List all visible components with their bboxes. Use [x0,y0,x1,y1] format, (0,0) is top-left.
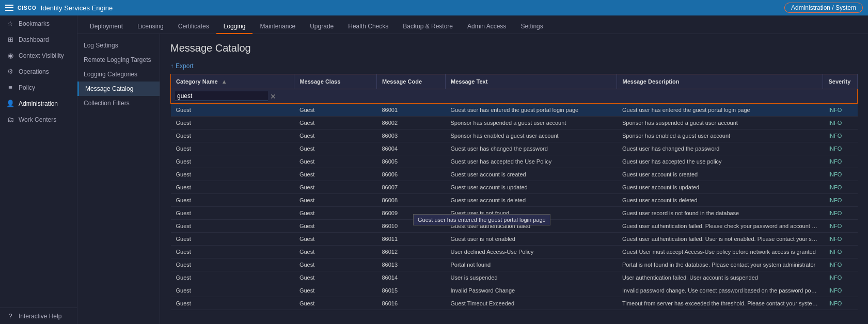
table-cell: Guest [171,194,294,207]
table-row[interactable]: GuestGuest86001Guest user has entered th… [171,104,858,117]
table-cell: Guest user account is deleted [617,194,823,207]
col-header-category[interactable]: Category Name ▲ [171,74,294,89]
table-cell: Guest user is not enabled [445,233,617,246]
table-cell: Guest user authentication failed [445,220,617,233]
table-body: GuestGuest86001Guest user has entered th… [171,104,858,310]
severity-cell: INFO [823,258,858,271]
tab-settings[interactable]: Settings [513,20,550,34]
table-cell: User declined Access-Use Policy [445,246,617,258]
admin-system-badge[interactable]: Administration / System [784,3,863,13]
tab-health-checks[interactable]: Health Checks [341,20,396,34]
sidebar-label-help: Interactive Help [19,313,61,320]
table-cell: Guest [171,233,294,246]
col-header-code[interactable]: Message Code [376,74,445,89]
table-row[interactable]: GuestGuest86002Sponsor has suspended a g… [171,117,858,129]
sidebar: ☆ Bookmarks ⊞ Dashboard ◉ Context Visibi… [0,15,77,324]
filter-clear-button[interactable]: ✕ [270,92,276,101]
col-header-text[interactable]: Message Text [445,74,617,89]
table-row[interactable]: GuestGuest86012User declined Access-Use … [171,246,858,258]
table-cell: Guest user record is not found in the da… [617,207,823,220]
table-row[interactable]: GuestGuest86015Invalid Password ChangeIn… [171,284,858,297]
table-cell: Guest [171,271,294,284]
table-cell: Guest [171,220,294,233]
sub-sidebar-logging-categories[interactable]: Logging Categories [77,67,160,82]
tab-certificates[interactable]: Certificates [171,20,216,34]
table-row[interactable]: GuestGuest86007Guest user account is upd… [171,181,858,194]
table-cell: Portal is not found in the database. Ple… [617,258,823,271]
sidebar-item-dashboard[interactable]: ⊞ Dashboard [0,31,77,47]
sidebar-item-work-centers[interactable]: 🗂 Work Centers [0,111,77,127]
table-container[interactable]: Category Name ▲ Message Class Message Co… [160,74,868,324]
table-cell: Guest [294,271,377,284]
severity-cell: INFO [823,142,858,155]
table-cell: 86007 [376,181,445,194]
table-cell: Guest user account is created [617,168,823,181]
table-row[interactable]: GuestGuest86010Guest user authentication… [171,220,858,233]
table-cell: Guest [171,258,294,271]
sub-sidebar-remote-logging[interactable]: Remote Logging Targets [77,53,160,67]
hamburger-menu[interactable] [5,5,13,11]
table-row[interactable]: GuestGuest86003Sponsor has enabled a gue… [171,129,858,142]
sidebar-label-administration: Administration [19,100,58,107]
severity-cell: INFO [823,207,858,220]
table-row[interactable]: GuestGuest86011Guest user is not enabled… [171,233,858,246]
tab-admin-access[interactable]: Admin Access [460,20,513,34]
tab-deployment[interactable]: Deployment [83,20,130,34]
table-cell: Guest user account is updated [445,181,617,194]
table-cell: 86016 [376,297,445,310]
table-row[interactable]: GuestGuest86014User is suspendedUser aut… [171,271,858,284]
table-row[interactable]: GuestGuest86005Guest user has accepted t… [171,155,858,168]
table-cell: User authentication failed. User account… [617,271,823,284]
table-cell: Guest [171,246,294,258]
table-cell: Guest [294,207,377,220]
table-cell: Guest user has accepted the use policy [617,155,823,168]
table-cell: Guest Timeout Exceeded [445,297,617,310]
table-cell: Guest [294,117,377,129]
severity-cell: INFO [823,117,858,129]
export-icon: ↑ [170,62,173,70]
table-cell: Sponsor has enabled a guest user account [445,129,617,142]
table-cell: 86008 [376,194,445,207]
table-row[interactable]: GuestGuest86016Guest Timeout ExceededTim… [171,297,858,310]
sub-sidebar-message-catalog[interactable]: Message Catalog [77,82,160,96]
layout: ☆ Bookmarks ⊞ Dashboard ◉ Context Visibi… [0,15,868,324]
tab-backup-restore[interactable]: Backup & Restore [396,20,460,34]
col-header-description[interactable]: Message Description [617,74,823,89]
administration-icon: 👤 [6,100,14,107]
main-area: Deployment Licensing Certificates Loggin… [77,15,868,324]
severity-cell: INFO [823,246,858,258]
table-cell: Guest user account is deleted [445,194,617,207]
app-title: Identity Services Engine [41,4,113,12]
sidebar-item-interactive-help[interactable]: ? Interactive Help [0,308,77,324]
table-cell: Guest [171,129,294,142]
table-row[interactable]: GuestGuest86009Guest user is not foundGu… [171,207,858,220]
table-cell: Guest [294,233,377,246]
sidebar-label-operations: Operations [19,68,49,75]
tab-licensing[interactable]: Licensing [130,20,171,34]
table-row[interactable]: GuestGuest86013Portal not foundPortal is… [171,258,858,271]
category-filter-input[interactable] [175,91,268,101]
col-header-severity[interactable]: Severity [823,74,858,89]
col-header-class[interactable]: Message Class [294,74,377,89]
table-cell: Invalid Password Change [445,284,617,297]
sub-sidebar-collection-filters[interactable]: Collection Filters [77,96,160,110]
table-row[interactable]: GuestGuest86008Guest user account is del… [171,194,858,207]
table-cell: 86009 [376,207,445,220]
table-cell: 86010 [376,220,445,233]
sidebar-item-bookmarks[interactable]: ☆ Bookmarks [0,15,77,31]
table-cell: Guest [171,181,294,194]
sidebar-item-context-visibility[interactable]: ◉ Context Visibility [0,47,77,63]
sidebar-item-policy[interactable]: ≡ Policy [0,79,77,95]
table-cell: Guest [171,104,294,117]
sidebar-item-operations[interactable]: ⚙ Operations [0,63,77,79]
export-button[interactable]: ↑ Export [170,62,194,70]
table-cell: Guest [171,155,294,168]
table-row[interactable]: GuestGuest86006Guest user account is cre… [171,168,858,181]
tab-upgrade[interactable]: Upgrade [303,20,341,34]
tab-logging[interactable]: Logging [216,20,253,34]
tab-maintenance[interactable]: Maintenance [252,20,303,34]
sidebar-item-administration[interactable]: 👤 Administration [0,95,77,111]
sub-sidebar-log-settings[interactable]: Log Settings [77,38,160,53]
page-header: Message Catalog [160,34,868,58]
table-row[interactable]: GuestGuest86004Guest user has changed th… [171,142,858,155]
